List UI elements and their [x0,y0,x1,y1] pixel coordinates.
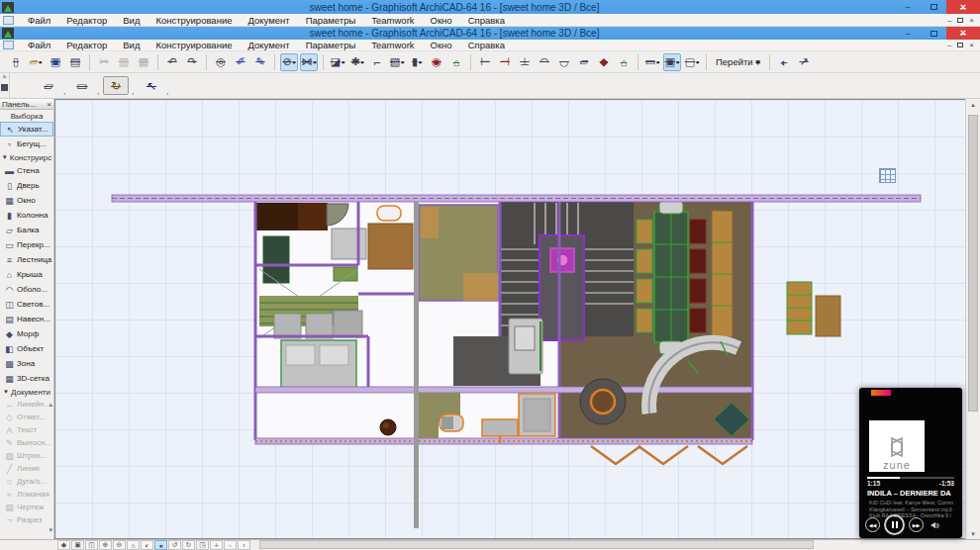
floor-plan-view-button[interactable]: ▣▾ [663,53,681,71]
new-button[interactable]: ▯ [7,53,25,71]
go-to-button[interactable]: Перейти ▾ [711,53,765,71]
nav-button-8[interactable]: ↺ [168,540,181,550]
menu-design[interactable]: Конструирование [147,14,240,26]
toolbox-close-icon[interactable]: × [47,100,51,109]
edit-tool-7-button[interactable]: ◆ [595,53,613,71]
restore-button[interactable] [921,0,946,14]
favorites-button[interactable]: ◉ [428,53,445,71]
nav-button-0[interactable]: ◆ [57,540,70,550]
tool-text[interactable]: AТекст [0,423,53,436]
minimize-button-inner[interactable]: – [895,27,921,40]
mdi-minimize-button[interactable]: – [947,16,951,25]
view-3d-button[interactable]: ▢▾ [683,53,701,71]
section-design[interactable]: ▼Конструирс [0,151,53,163]
undo-button[interactable]: ↶ [163,53,181,71]
toolbox-header[interactable]: Панель... × [0,99,53,110]
horizontal-scroll-thumb[interactable] [259,540,814,549]
nav-button-5[interactable]: ⌂ [127,540,140,550]
mdi-restore-button[interactable] [957,18,963,23]
redo-button[interactable]: ↷ [183,53,201,71]
tool-arc[interactable]: ○Дуга/о... [0,475,53,488]
nav-button-3[interactable]: ⊕ [99,540,112,550]
progress-bar[interactable] [867,477,954,479]
tool-skylight[interactable]: ◫Светов... [0,297,53,312]
cursor-tool-button[interactable]: ↖ [139,76,164,95]
tool-polyline[interactable]: ≈Ломаная [0,488,53,501]
tool-zone[interactable]: ▩Зона [0,356,53,371]
quick-options-button[interactable]: ▭▾ [643,53,661,71]
drawing-canvas[interactable] [54,99,965,539]
edit-tool-5-button[interactable]: ◡ [555,53,573,71]
save-button[interactable]: ▣ [47,53,64,71]
menu-document[interactable]: Документ [240,40,297,50]
tool-door[interactable]: ▯Дверь [0,178,53,193]
menu-design[interactable]: Конструирование [147,40,240,50]
explore-button[interactable]: ↗ [795,53,813,71]
mdi-close-button[interactable]: × [969,41,974,49]
minimize-button[interactable]: – [895,0,921,14]
menu-help[interactable]: Справка [460,14,513,26]
nav-button-10[interactable]: ◳ [196,540,209,550]
nav-button-9[interactable]: ↻ [182,540,195,550]
tool-curtain-wall[interactable]: ▤Навесн... [0,312,53,326]
nav-button-4[interactable]: ⊖ [113,540,126,550]
tool-mesh[interactable]: ▦3D-сетка [0,371,53,386]
edit-tool-8-button[interactable]: ⌂ [615,53,633,71]
tool-slab[interactable]: ▭Перекр... [0,237,53,252]
next-button[interactable]: ▶▶ [909,517,924,532]
menu-edit[interactable]: Редактор [58,14,115,26]
vertical-scrollbar[interactable]: ▴ ▾ [965,99,980,539]
scroll-down-icon[interactable]: ▾ [966,530,980,538]
tool-marquee[interactable]: ▫Бегущ... [0,137,53,151]
scroll-up-icon[interactable]: ▴ [966,101,980,109]
rotate-tool-button[interactable]: ↻ [103,76,129,95]
inject-parameters-button[interactable]: ✎ [251,53,269,71]
tool-level-dimension[interactable]: ◇Отмет... [0,411,53,423]
vertical-scroll-thumb[interactable] [968,115,978,412]
menu-teamwork[interactable]: Teamwork [363,14,422,26]
tool-object[interactable]: ◧Объект [0,341,53,356]
marquee-skew-button[interactable]: ▱ [36,76,61,95]
tool-roof[interactable]: ⌂Крыша [0,267,53,282]
previous-button[interactable]: ◀◀ [865,517,880,532]
nav-button-7[interactable]: ● [154,540,167,550]
volume-button[interactable]: ))) [931,522,938,528]
tool-dimension[interactable]: ↔Линейн... [0,398,53,411]
nav-button-13[interactable]: ‹ [238,540,250,550]
tool-arrow[interactable]: ↖Указат... [0,122,53,137]
structure-display-button[interactable]: ▮▾ [408,53,426,71]
panel-scroll-up-icon[interactable]: ▴ [49,401,52,409]
gravity-button[interactable]: ◪▾ [329,53,346,71]
tool-column[interactable]: ▮Колонна [0,208,53,223]
menu-view[interactable]: Вид [115,14,147,26]
tool-stair[interactable]: ≡Лестница [0,252,53,267]
menu-file[interactable]: Файл [20,40,58,50]
autointersect-toggle[interactable]: ⋈▾ [300,53,318,71]
menu-help[interactable]: Справка [460,40,513,50]
mdi-minimize-button[interactable]: – [947,41,951,49]
menu-options[interactable]: Параметры [298,14,364,26]
menu-view[interactable]: Вид [115,40,147,50]
dock-grip-icon[interactable] [1,84,8,91]
edit-tool-2-button[interactable]: ⊣ [496,53,514,71]
menu-file[interactable]: Файл [20,14,58,26]
panel-scroll-down-icon[interactable]: ▾ [49,526,52,534]
dock-close-icon[interactable]: × [0,73,9,80]
menu-edit[interactable]: Редактор [58,40,115,50]
menu-teamwork[interactable]: Teamwork [363,40,422,50]
nav-button-1[interactable]: ▣ [71,540,84,550]
nav-button-6[interactable]: ◐ [141,540,153,550]
renovation-button[interactable]: ⌂ [447,53,465,71]
tool-beam[interactable]: ▱Балка [0,223,53,237]
cut-button[interactable]: ✂ [95,53,113,71]
edit-tool-3-button[interactable]: ⊥ [516,53,534,71]
close-button[interactable]: × [946,0,980,14]
tool-line[interactable]: ╱Линия [0,462,53,475]
menu-window[interactable]: Окно [423,40,460,50]
tool-morph[interactable]: ◆Морф [0,326,53,341]
pickup-parameters-button[interactable]: ✐ [232,53,249,71]
flyout-marker-icon[interactable]: , [63,87,65,96]
floor-plan[interactable] [54,99,965,539]
tool-section[interactable]: ¬Разрез [0,513,53,526]
edit-tool-6-button[interactable]: ▱ [575,53,593,71]
